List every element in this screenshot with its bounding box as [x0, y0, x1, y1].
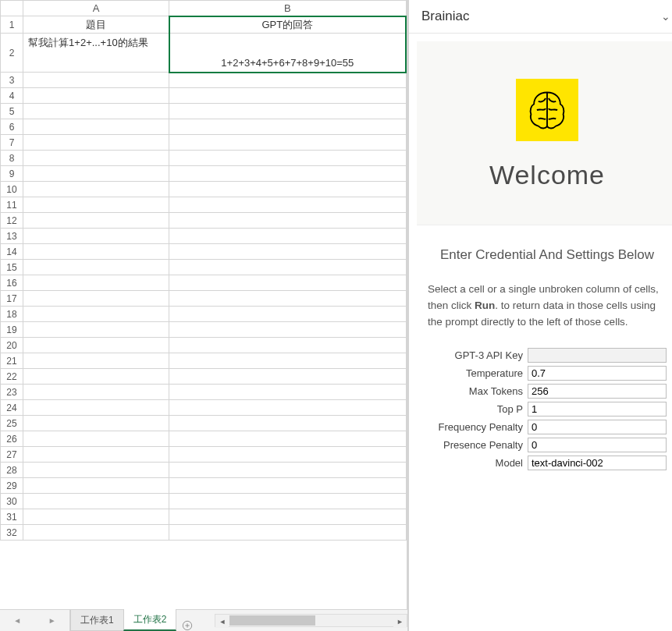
row-header[interactable]: 1 [1, 16, 23, 34]
cell[interactable] [169, 291, 406, 307]
cell[interactable] [23, 88, 169, 104]
scroll-right-icon[interactable]: ► [393, 615, 407, 628]
add-sheet-button[interactable] [176, 620, 199, 631]
grid-horizontal-scrollbar[interactable]: ◄ ► [215, 614, 407, 627]
cell[interactable] [23, 244, 169, 260]
cell[interactable] [169, 385, 406, 400]
cell[interactable] [169, 447, 406, 463]
cell[interactable] [169, 369, 406, 385]
cell[interactable] [169, 416, 406, 431]
cell-B1[interactable]: GPT的回答 [169, 16, 406, 34]
row-header[interactable]: 32 [1, 525, 23, 541]
row-header[interactable]: 4 [1, 88, 23, 104]
cell[interactable] [169, 260, 406, 275]
panel-collapse-button[interactable]: ⌄ [657, 8, 672, 25]
cell[interactable] [169, 197, 406, 213]
row-header[interactable]: 22 [1, 369, 23, 385]
row-header[interactable]: 28 [1, 463, 23, 478]
cell[interactable] [23, 119, 169, 135]
row-header[interactable]: 15 [1, 260, 23, 275]
select-all-corner[interactable] [1, 1, 23, 16]
row-header[interactable]: 2 [1, 34, 23, 73]
cell[interactable] [23, 307, 169, 322]
cell[interactable] [23, 447, 169, 463]
cell[interactable] [169, 509, 406, 525]
row-header[interactable]: 6 [1, 119, 23, 135]
cell[interactable] [169, 182, 406, 197]
row-header[interactable]: 31 [1, 509, 23, 525]
row-header[interactable]: 30 [1, 494, 23, 509]
cell[interactable] [169, 463, 406, 478]
cell[interactable] [23, 400, 169, 416]
cell[interactable] [169, 307, 406, 322]
api-key-input[interactable] [528, 348, 667, 363]
col-header-B[interactable]: B [169, 1, 406, 16]
cell[interactable] [23, 291, 169, 307]
row-header[interactable]: 27 [1, 447, 23, 463]
cell[interactable] [169, 73, 406, 88]
cell[interactable] [169, 400, 406, 416]
cell[interactable] [23, 275, 169, 291]
cell[interactable] [169, 275, 406, 291]
grid[interactable]: A B 1 題目 GPT的回答 2 幫我計算1+2+...+10的結果 1+2+… [0, 0, 407, 609]
cell[interactable] [23, 494, 169, 509]
sheet-tab[interactable]: 工作表1 [70, 610, 124, 631]
row-header[interactable]: 14 [1, 244, 23, 260]
row-header[interactable]: 18 [1, 307, 23, 322]
cell[interactable] [169, 135, 406, 151]
tab-nav-next-icon[interactable]: ► [47, 616, 58, 625]
cell[interactable] [23, 322, 169, 338]
cell[interactable] [169, 478, 406, 494]
row-header[interactable]: 21 [1, 353, 23, 369]
cell[interactable] [169, 525, 406, 541]
frequency-penalty-input[interactable] [528, 420, 667, 434]
cell[interactable] [169, 494, 406, 509]
row-header[interactable]: 29 [1, 478, 23, 494]
row-header[interactable]: 19 [1, 322, 23, 338]
cell[interactable] [23, 135, 169, 151]
cell[interactable] [23, 213, 169, 229]
cell[interactable] [23, 369, 169, 385]
row-header[interactable]: 9 [1, 166, 23, 182]
max-tokens-input[interactable] [528, 384, 667, 399]
sheet-tab[interactable]: 工作表2 [123, 609, 177, 631]
cell[interactable] [23, 416, 169, 431]
cell[interactable] [169, 213, 406, 229]
cell[interactable] [23, 385, 169, 400]
cell[interactable] [169, 119, 406, 135]
row-header[interactable]: 25 [1, 416, 23, 431]
cell[interactable] [23, 197, 169, 213]
scroll-thumb[interactable] [229, 615, 315, 626]
row-header[interactable]: 12 [1, 213, 23, 229]
cell[interactable] [169, 229, 406, 244]
cell[interactable] [169, 88, 406, 104]
cell[interactable] [23, 353, 169, 369]
cell[interactable] [169, 322, 406, 338]
row-header[interactable]: 5 [1, 104, 23, 119]
row-header[interactable]: 23 [1, 385, 23, 400]
row-header[interactable]: 24 [1, 400, 23, 416]
cell-B2[interactable]: 1+2+3+4+5+6+7+8+9+10=55 [169, 34, 406, 73]
row-header[interactable]: 13 [1, 229, 23, 244]
cell[interactable] [23, 104, 169, 119]
presence-penalty-input[interactable] [528, 438, 667, 452]
cell-A1[interactable]: 題目 [23, 16, 169, 34]
cell[interactable] [23, 260, 169, 275]
top-p-input[interactable] [528, 402, 667, 417]
cell[interactable] [169, 431, 406, 447]
cell[interactable] [23, 229, 169, 244]
cell[interactable] [23, 525, 169, 541]
cell[interactable] [23, 182, 169, 197]
cell[interactable] [23, 73, 169, 88]
cell-A2[interactable]: 幫我計算1+2+...+10的結果 [23, 34, 169, 73]
cell[interactable] [23, 431, 169, 447]
row-header[interactable]: 8 [1, 151, 23, 166]
row-header[interactable]: 11 [1, 197, 23, 213]
row-header[interactable]: 10 [1, 182, 23, 197]
col-header-A[interactable]: A [23, 1, 169, 16]
cell[interactable] [169, 166, 406, 182]
row-header[interactable]: 26 [1, 431, 23, 447]
tab-nav-prev-icon[interactable]: ◄ [12, 616, 23, 625]
cell[interactable] [169, 151, 406, 166]
cell[interactable] [23, 509, 169, 525]
